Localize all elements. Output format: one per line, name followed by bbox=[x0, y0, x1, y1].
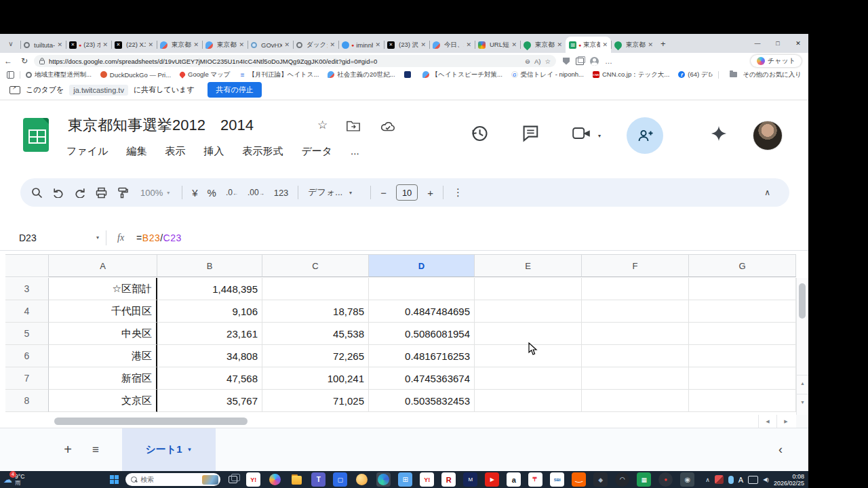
tab-close-icon[interactable]: ✕ bbox=[602, 41, 608, 48]
menu-item[interactable]: 編集 bbox=[126, 145, 146, 158]
browser-tab[interactable]: GOvHXh2b: ✕ bbox=[248, 37, 293, 53]
collapse-toolbar-icon[interactable]: ∧ bbox=[764, 188, 770, 197]
video-call-caret-icon[interactable]: ▾ bbox=[598, 133, 601, 139]
cell-b[interactable]: 9,106 bbox=[157, 300, 262, 323]
row-header[interactable]: 6 bbox=[5, 345, 49, 367]
taskbar-app-icon[interactable] bbox=[615, 472, 629, 487]
bookmark-item[interactable] bbox=[404, 71, 414, 78]
cell-e[interactable] bbox=[475, 278, 582, 300]
cell-a[interactable]: ☆区部計 bbox=[49, 278, 157, 300]
tab-search-button[interactable]: ∨ bbox=[3, 36, 19, 51]
bookmark-item[interactable]: DuckDuckGo — Pri... bbox=[100, 71, 171, 79]
cell-e[interactable] bbox=[475, 390, 582, 412]
comments-icon[interactable] bbox=[521, 123, 541, 144]
scroll-right-icon[interactable]: ▶ bbox=[776, 415, 795, 428]
tab-close-icon[interactable]: ✕ bbox=[102, 41, 108, 48]
tab-close-icon[interactable]: ✕ bbox=[148, 41, 153, 48]
cell-f[interactable] bbox=[582, 367, 689, 390]
taskbar-app-icon[interactable] bbox=[550, 472, 564, 487]
more-options-icon[interactable]: ⋮ bbox=[453, 186, 463, 199]
browser-tab[interactable]: URL短縮サ- ✕ bbox=[475, 37, 520, 53]
cell-a[interactable]: 千代田区 bbox=[49, 300, 157, 323]
clock[interactable]: 0:08 2026/02/25 bbox=[774, 473, 804, 487]
menu-item[interactable]: ... bbox=[351, 145, 359, 158]
sidebar-toggle-icon[interactable] bbox=[7, 71, 14, 79]
new-tab-button[interactable]: + bbox=[660, 39, 666, 49]
column-header[interactable]: B bbox=[157, 254, 262, 277]
close-button[interactable]: ✕ bbox=[788, 34, 808, 53]
column-header[interactable]: F bbox=[582, 254, 689, 277]
tab-close-icon[interactable]: ✕ bbox=[375, 41, 380, 48]
cell-b[interactable]: 35,767 bbox=[157, 390, 262, 412]
taskbar-app-icon[interactable] bbox=[333, 472, 347, 487]
cell-b[interactable]: 1,448,395 bbox=[157, 278, 262, 300]
taskbar-app-icon[interactable] bbox=[572, 472, 586, 487]
cell-b[interactable]: 34,808 bbox=[157, 345, 262, 367]
cell-b[interactable]: 47,568 bbox=[157, 367, 262, 390]
microphone-icon[interactable] bbox=[728, 476, 734, 484]
cell-e[interactable] bbox=[475, 300, 582, 323]
bookmark-item[interactable]: 社会主義の20世紀... bbox=[328, 70, 395, 79]
stop-sharing-button[interactable]: 共有の停止 bbox=[208, 82, 261, 98]
tray-overflow-icon[interactable]: ∧ bbox=[705, 476, 710, 483]
taskbar-app-icon[interactable] bbox=[441, 472, 456, 487]
browser-tab[interactable]: 今日、12年 ✕ bbox=[429, 37, 475, 53]
cell-d[interactable]: 0.5086081954 bbox=[369, 323, 475, 345]
bookmark-item[interactable]: Google マップ bbox=[180, 70, 230, 79]
decrease-decimal-button[interactable]: .0← bbox=[226, 188, 238, 197]
select-all-corner[interactable] bbox=[5, 254, 49, 277]
taskbar-app-icon[interactable] bbox=[463, 472, 477, 487]
bookmark-item[interactable]: CNN.co.jp：テック大... bbox=[593, 70, 669, 79]
taskbar-app-icon[interactable] bbox=[528, 472, 542, 487]
tab-close-icon[interactable]: ✕ bbox=[511, 41, 517, 48]
cell-g[interactable] bbox=[689, 278, 796, 300]
column-header[interactable]: G bbox=[689, 254, 796, 277]
tray-app-icon[interactable] bbox=[715, 475, 724, 484]
add-sheet-button[interactable]: + bbox=[60, 442, 76, 458]
sheets-logo[interactable] bbox=[23, 118, 49, 152]
column-header[interactable]: E bbox=[475, 254, 582, 277]
cell-d[interactable]: 0.5035832453 bbox=[369, 390, 475, 412]
cell-a[interactable]: 中央区 bbox=[49, 323, 157, 345]
user-avatar[interactable] bbox=[753, 121, 783, 150]
row-header[interactable]: 4 bbox=[5, 300, 49, 323]
taskbar-app-icon[interactable] bbox=[398, 472, 412, 487]
tab-close-icon[interactable]: ✕ bbox=[557, 41, 562, 48]
bookmark-item[interactable]: (64) デロイト トーマツ... bbox=[678, 70, 711, 79]
row-header[interactable]: 7 bbox=[5, 367, 49, 390]
cell-c[interactable]: 18,785 bbox=[262, 300, 369, 323]
bookmark-item[interactable]: 地域主権型道州制... bbox=[26, 70, 92, 79]
browser-tab[interactable]: 東京都知事 ✕ bbox=[611, 37, 656, 53]
menu-item[interactable]: ファイル bbox=[66, 145, 108, 158]
taskbar-app-icon[interactable] bbox=[376, 472, 391, 487]
taskbar-app-icon[interactable] bbox=[290, 472, 304, 487]
vertical-scrollbar[interactable]: ▲ ▼ bbox=[796, 278, 808, 415]
column-header[interactable]: D bbox=[369, 254, 475, 277]
star-document-icon[interactable]: ☆ bbox=[317, 118, 328, 132]
bookmark-item[interactable]: 【月刊正論】ヘイトス... bbox=[239, 70, 319, 79]
taskbar-search[interactable]: 検索 bbox=[125, 473, 220, 486]
cell-d[interactable]: 0.4745363674 bbox=[369, 367, 475, 390]
ime-mode-indicator[interactable]: A bbox=[738, 476, 743, 484]
row-header[interactable]: 5 bbox=[5, 323, 49, 345]
version-history-icon[interactable] bbox=[469, 123, 490, 144]
font-select[interactable]: デフォ...▾ bbox=[308, 186, 361, 199]
scroll-down-icon[interactable]: ▼ bbox=[797, 394, 808, 409]
url-field[interactable]: https://docs.google.com/spreadsheets/d/1… bbox=[34, 55, 556, 67]
weather-widget[interactable]: ☁ 4 9°C 雨 bbox=[3, 474, 24, 486]
horizontal-scroll-thumb[interactable] bbox=[54, 418, 248, 425]
menu-item[interactable]: 表示形式 bbox=[242, 145, 283, 158]
display-icon[interactable] bbox=[748, 476, 758, 484]
cell-a[interactable]: 文京区 bbox=[49, 390, 157, 412]
share-button[interactable] bbox=[627, 117, 663, 154]
cell-c[interactable]: 72,265 bbox=[262, 345, 369, 367]
browser-tab[interactable]: tuiltuta- - ✕ bbox=[20, 37, 66, 53]
cell-f[interactable] bbox=[582, 390, 689, 412]
menu-item[interactable]: 挿入 bbox=[203, 145, 224, 158]
name-box[interactable]: D23 ▾ bbox=[0, 232, 99, 243]
cell-c[interactable]: 100,241 bbox=[262, 367, 369, 390]
cell-d[interactable] bbox=[369, 278, 475, 300]
gemini-sparkle-icon[interactable] bbox=[709, 124, 728, 143]
cell-f[interactable] bbox=[582, 278, 689, 300]
format-percent-button[interactable]: % bbox=[208, 187, 216, 199]
